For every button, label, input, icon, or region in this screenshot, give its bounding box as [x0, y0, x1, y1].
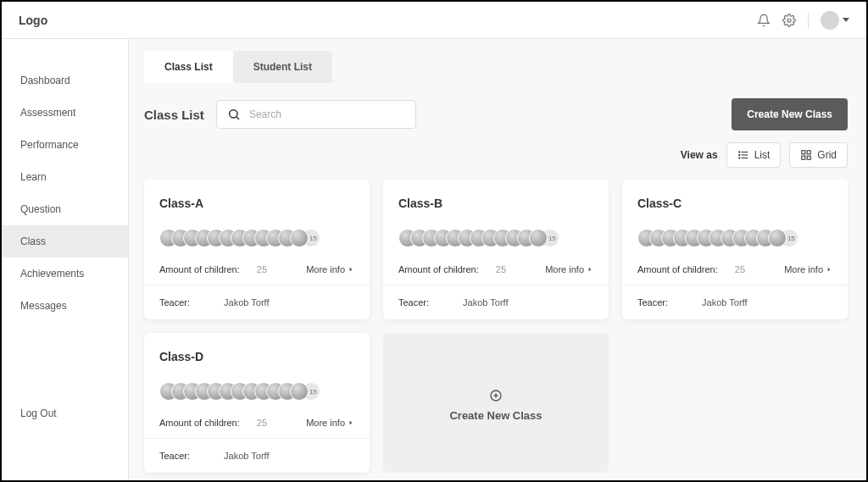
class-card: Class-C+15Amount of children:25More info…: [622, 180, 848, 319]
teacher-row: Teacer:Jakob Torff: [637, 297, 832, 307]
tab-student-list[interactable]: Student List: [233, 51, 332, 83]
svg-point-8: [738, 158, 739, 158]
children-label: Amount of children:: [398, 264, 479, 274]
children-row: Amount of children:25More info: [159, 264, 354, 274]
more-info-link[interactable]: More info: [784, 264, 832, 274]
children-row: Amount of children:25More info: [398, 264, 593, 274]
list-icon: [737, 149, 749, 161]
class-name: Class-A: [159, 197, 354, 210]
view-list-button[interactable]: List: [726, 142, 782, 168]
search-input[interactable]: [249, 108, 405, 120]
teacher-name: Jakob Torff: [702, 297, 747, 307]
gear-icon[interactable]: [782, 14, 796, 27]
svg-point-7: [738, 154, 739, 155]
sidebar-item-logout[interactable]: Log Out: [2, 397, 128, 429]
children-value: 25: [735, 264, 745, 274]
student-avatar: [529, 229, 548, 247]
create-class-button[interactable]: Create New Class: [732, 98, 848, 130]
children-label: Amount of children:: [159, 264, 240, 274]
svg-point-6: [738, 152, 739, 152]
svg-rect-11: [802, 156, 805, 159]
chevron-right-icon: [348, 419, 354, 426]
chevron-down-icon: [843, 18, 849, 22]
children-value: 25: [496, 264, 506, 274]
topbar-actions: [757, 11, 849, 30]
tab-class-list[interactable]: Class List: [144, 51, 233, 83]
topbar: Logo: [2, 2, 866, 39]
teacher-name: Jakob Torff: [463, 297, 508, 307]
teacher-name: Jakob Torff: [224, 451, 269, 461]
children-row: Amount of children:25More info: [637, 264, 832, 274]
avatar-stack: +15: [398, 229, 593, 247]
svg-point-1: [230, 110, 237, 118]
grid-icon: [800, 149, 812, 161]
tabs: Class List Student List: [144, 51, 848, 83]
bell-icon[interactable]: [757, 14, 771, 27]
teacher-row: Teacer:Jakob Torff: [159, 297, 354, 307]
sidebar-item-question[interactable]: Question: [2, 193, 128, 225]
view-grid-button[interactable]: Grid: [789, 142, 848, 168]
sidebar-item-messages[interactable]: Messages: [2, 290, 128, 322]
children-label: Amount of children:: [637, 264, 718, 274]
cards-grid: Class-A+15Amount of children:25More info…: [144, 180, 848, 473]
more-info-link[interactable]: More info: [545, 264, 593, 274]
svg-rect-9: [802, 151, 805, 154]
sidebar-item-dashboard[interactable]: Dashboard: [2, 64, 128, 97]
class-name: Class-D: [159, 350, 354, 363]
teacher-name: Jakob Torff: [224, 297, 269, 307]
view-label: View as: [681, 149, 718, 161]
user-menu[interactable]: [821, 11, 849, 30]
divider: [144, 438, 370, 439]
plus-circle-icon: [489, 389, 503, 402]
logo: Logo: [19, 14, 47, 27]
teacher-row: Teacer:Jakob Torff: [159, 451, 354, 461]
student-avatar: [290, 229, 309, 247]
sidebar-item-achievements[interactable]: Achievements: [2, 258, 128, 290]
children-row: Amount of children:25More info: [159, 418, 354, 428]
content: Class List Student List Class List Creat…: [129, 39, 866, 480]
class-card: Class-B+15Amount of children:25More info…: [383, 180, 609, 319]
more-info-link[interactable]: More info: [306, 264, 354, 274]
class-name: Class-C: [637, 197, 832, 210]
more-info-link[interactable]: More info: [306, 418, 354, 428]
sidebar-item-learn[interactable]: Learn: [2, 161, 128, 193]
avatar: [821, 11, 839, 30]
sidebar-item-performance[interactable]: Performance: [2, 129, 128, 161]
sidebar: Dashboard Assessment Performance Learn Q…: [2, 39, 129, 480]
sidebar-item-class[interactable]: Class: [2, 225, 128, 258]
view-grid-label: Grid: [817, 149, 837, 161]
teacher-label: Teacer:: [637, 297, 668, 307]
class-card: Class-A+15Amount of children:25More info…: [144, 180, 370, 319]
avatar-stack: +15: [159, 382, 354, 401]
svg-point-0: [787, 19, 791, 22]
chevron-right-icon: [587, 266, 593, 273]
class-card: Class-D+15Amount of children:25More info…: [144, 333, 370, 473]
search-icon: [227, 108, 241, 121]
class-name: Class-B: [398, 197, 593, 210]
children-label: Amount of children:: [159, 418, 240, 428]
sidebar-item-assessment[interactable]: Assessment: [2, 97, 128, 129]
student-avatar: [768, 229, 787, 247]
divider: [622, 285, 848, 285]
svg-rect-10: [807, 151, 810, 154]
view-toggle: View as List Grid: [144, 142, 848, 168]
create-card-label: Create New Class: [449, 409, 542, 422]
header-row: Class List Create New Class: [144, 98, 848, 130]
children-value: 25: [257, 418, 267, 428]
teacher-label: Teacer:: [159, 297, 190, 307]
divider: [383, 285, 609, 285]
teacher-label: Teacer:: [398, 297, 429, 307]
student-avatar: [290, 382, 309, 401]
view-list-label: List: [754, 149, 771, 161]
svg-rect-12: [807, 156, 810, 159]
teacher-row: Teacer:Jakob Torff: [398, 297, 593, 307]
search-box[interactable]: [216, 100, 416, 129]
teacher-label: Teacer:: [159, 451, 190, 461]
page-title: Class List: [144, 108, 204, 122]
avatar-stack: +15: [159, 229, 354, 247]
create-class-card[interactable]: Create New Class: [383, 333, 609, 473]
svg-line-2: [236, 117, 239, 119]
children-value: 25: [257, 264, 267, 274]
chevron-right-icon: [826, 266, 832, 273]
divider: [808, 12, 809, 29]
